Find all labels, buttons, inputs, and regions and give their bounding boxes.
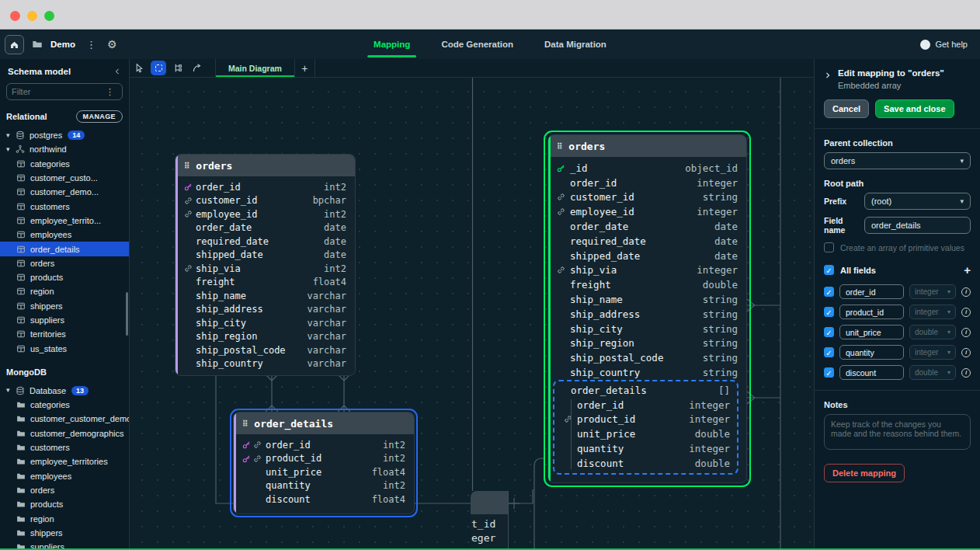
collection-card-orders[interactable]: ⠿ orders _id object_id bbox=[547, 134, 747, 483]
diagram-tab[interactable]: Main Diagram bbox=[215, 59, 295, 77]
sidebar-item[interactable]: categories bbox=[0, 157, 129, 171]
sidebar-item[interactable]: orders bbox=[0, 256, 129, 270]
filter-menu-icon[interactable]: ⋮ bbox=[103, 87, 117, 97]
info-icon[interactable] bbox=[961, 348, 971, 357]
diagram-board[interactable]: ⠿ orders order_id int2 bbox=[130, 78, 814, 550]
table-field-row[interactable]: product_id int2 bbox=[234, 452, 414, 466]
add-diagram-button[interactable]: + bbox=[295, 59, 315, 77]
field-checkbox[interactable] bbox=[824, 287, 834, 297]
table-field-row[interactable]: freight float4 bbox=[175, 276, 355, 290]
primitive-array-checkbox[interactable] bbox=[824, 242, 834, 252]
table-field-row[interactable]: ship_address varchar bbox=[175, 303, 355, 317]
field-checkbox[interactable] bbox=[824, 307, 834, 317]
pointer-tool-icon[interactable] bbox=[130, 59, 148, 77]
header-tab[interactable]: Mapping bbox=[372, 30, 412, 59]
table-field-row[interactable]: ship_city varchar bbox=[175, 316, 355, 330]
table-field-row[interactable]: order_id int2 bbox=[234, 438, 414, 452]
sidebar-item[interactable]: products bbox=[0, 497, 129, 511]
table-field-row[interactable]: ship_name varchar bbox=[175, 289, 355, 303]
field-name-input[interactable]: discount bbox=[839, 365, 904, 380]
field-checkbox[interactable] bbox=[824, 347, 834, 357]
collection-field-row[interactable]: ship_via integer bbox=[548, 263, 746, 278]
caret-down-icon[interactable]: ▾ bbox=[6, 387, 16, 394]
embedded-field-row[interactable]: discount double bbox=[554, 456, 737, 471]
header-tab[interactable]: Code Generation bbox=[440, 30, 515, 59]
caret-down-icon[interactable]: ▾ bbox=[6, 132, 16, 139]
table-field-row[interactable]: order_date date bbox=[175, 221, 355, 235]
sidebar-item[interactable]: orders bbox=[0, 483, 129, 497]
embedded-field-row[interactable]: quantity integer bbox=[554, 441, 737, 456]
sidebar-item[interactable]: customer_demo... bbox=[0, 185, 129, 199]
sidebar-item[interactable]: customers bbox=[0, 440, 129, 454]
partial-table-card[interactable]: t_id eger bbox=[471, 491, 509, 550]
settings-gear-icon[interactable]: ⚙ bbox=[107, 39, 117, 50]
collection-field-row[interactable]: order_id integer bbox=[548, 176, 746, 190]
collection-field-row[interactable]: ship_address string bbox=[548, 307, 746, 322]
sidebar-item[interactable]: shippers bbox=[0, 299, 129, 313]
all-fields-checkbox[interactable] bbox=[824, 265, 834, 275]
table-card-header[interactable]: ⠿ orders bbox=[175, 155, 355, 176]
maximize-window-button[interactable] bbox=[44, 11, 54, 21]
collection-field-row[interactable]: required_date date bbox=[548, 234, 746, 249]
table-field-row[interactable]: customer_id bpchar bbox=[175, 194, 355, 208]
embedded-array-row[interactable]: order_details [] bbox=[554, 383, 737, 398]
sidebar-item[interactable]: ▾ northwind bbox=[0, 142, 129, 156]
collection-field-row[interactable]: ship_region string bbox=[548, 336, 746, 351]
sidebar-item[interactable]: suppliers bbox=[0, 313, 129, 327]
embedded-field-row[interactable]: order_id integer bbox=[554, 398, 737, 412]
sidebar-item[interactable]: customer_demographics bbox=[0, 426, 129, 440]
sidebar-item[interactable]: products bbox=[0, 270, 129, 284]
field-type-select[interactable]: integer ▾ bbox=[909, 345, 956, 360]
save-and-close-button[interactable]: Save and close bbox=[875, 99, 954, 118]
field-type-select[interactable]: double ▾ bbox=[909, 365, 956, 380]
collection-field-row[interactable]: ship_postal_code string bbox=[548, 350, 746, 365]
cancel-button[interactable]: Cancel bbox=[824, 99, 869, 118]
table-field-row[interactable]: shipped_date date bbox=[175, 249, 355, 263]
collection-field-row[interactable]: _id object_id bbox=[548, 161, 746, 176]
sidebar-item[interactable]: shippers bbox=[0, 526, 129, 540]
sidebar-item[interactable]: customer_custo... bbox=[0, 171, 129, 185]
sidebar-item[interactable]: region bbox=[0, 511, 129, 525]
header-tab[interactable]: Data Migration bbox=[543, 30, 608, 59]
info-icon[interactable] bbox=[961, 368, 971, 378]
field-name-input[interactable]: unit_price bbox=[839, 325, 904, 339]
field-checkbox[interactable] bbox=[824, 367, 834, 378]
get-help-button[interactable]: ? Get help bbox=[920, 40, 968, 50]
field-type-select[interactable]: double ▾ bbox=[909, 325, 956, 339]
sidebar-item[interactable]: us_states bbox=[0, 341, 129, 355]
embedded-field-row[interactable]: product_id integer bbox=[554, 412, 737, 427]
field-name-input[interactable]: quantity bbox=[839, 345, 904, 360]
info-icon[interactable] bbox=[961, 308, 971, 317]
embedded-array-group[interactable]: order_details [] order_id bbox=[553, 380, 738, 475]
collection-field-row[interactable]: shipped_date date bbox=[548, 249, 746, 263]
delete-mapping-button[interactable]: Delete mapping bbox=[824, 464, 905, 482]
sidebar-item[interactable]: employee_territories bbox=[0, 454, 129, 468]
field-name-input[interactable]: order_details bbox=[864, 217, 971, 234]
embedded-field-row[interactable]: unit_price double bbox=[554, 426, 737, 441]
sidebar-item[interactable]: territories bbox=[0, 327, 129, 341]
field-name-input[interactable]: order_id bbox=[839, 284, 904, 299]
table-field-row[interactable]: discount float4 bbox=[234, 493, 414, 506]
relationship-tool-icon[interactable] bbox=[187, 59, 206, 77]
sidebar-item[interactable]: employee_territo... bbox=[0, 214, 129, 228]
drag-handle-icon[interactable]: ⠿ bbox=[242, 419, 247, 428]
table-field-row[interactable]: ship_postal_code varchar bbox=[175, 343, 355, 357]
field-type-select[interactable]: integer ▾ bbox=[909, 284, 956, 299]
prefix-select[interactable]: (root) ▾ bbox=[864, 193, 971, 210]
sidebar-scrollbar[interactable] bbox=[126, 292, 128, 336]
project-menu-icon[interactable]: ⋮ bbox=[83, 39, 99, 50]
close-window-button[interactable] bbox=[10, 11, 20, 21]
add-field-button[interactable]: + bbox=[964, 263, 971, 277]
sidebar-item[interactable]: customer_customer_demo bbox=[0, 412, 129, 426]
sidebar-item[interactable]: ▾ postgres 14 bbox=[0, 128, 129, 142]
marquee-select-tool-icon[interactable] bbox=[151, 61, 166, 75]
table-field-row[interactable]: ship_region varchar bbox=[175, 330, 355, 344]
table-field-row[interactable]: ship_country varchar bbox=[175, 357, 355, 371]
table-card-order-details[interactable]: ⠿ order_details order_id int2 bbox=[233, 412, 415, 514]
parent-collection-select[interactable]: orders ▾ bbox=[824, 152, 971, 169]
sidebar-item[interactable]: region bbox=[0, 284, 129, 298]
collapse-sidebar-icon[interactable] bbox=[113, 68, 121, 75]
filter-input[interactable] bbox=[12, 87, 103, 96]
field-type-select[interactable]: integer ▾ bbox=[909, 305, 956, 319]
collection-field-row[interactable]: ship_country string bbox=[548, 365, 746, 380]
